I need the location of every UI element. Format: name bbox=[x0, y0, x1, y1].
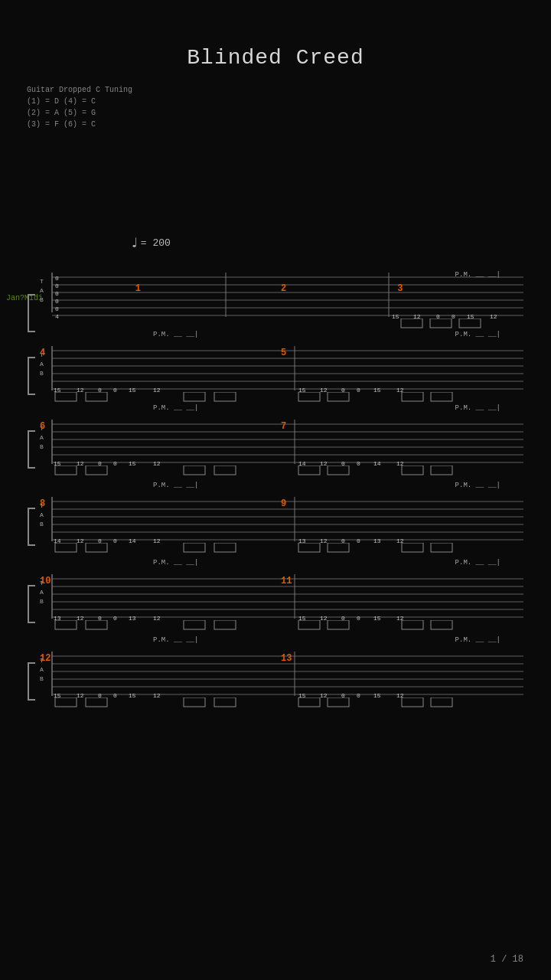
brackets-1 bbox=[38, 318, 523, 331]
pm-annotation-5a: P.M. __ __| bbox=[153, 559, 198, 567]
pm-annotation-5b: P.M. __ __| bbox=[455, 559, 500, 567]
system-5: P.M. __ __| P.M. __ __| 10 11 T A B 13 1… bbox=[38, 574, 523, 636]
svg-text:12: 12 bbox=[153, 387, 161, 392]
svg-text:0: 0 bbox=[113, 537, 117, 543]
svg-text:12: 12 bbox=[77, 387, 84, 392]
svg-text:0: 0 bbox=[452, 313, 455, 318]
svg-text:0: 0 bbox=[436, 313, 440, 318]
measure-num-4: 4 bbox=[40, 348, 45, 358]
brackets-5 bbox=[38, 620, 523, 636]
svg-rect-87 bbox=[214, 466, 236, 475]
svg-text:12: 12 bbox=[153, 537, 161, 543]
svg-text:A: A bbox=[40, 511, 44, 518]
svg-rect-154 bbox=[402, 620, 423, 629]
svg-text:15: 15 bbox=[373, 387, 381, 392]
staff-bracket-2 bbox=[28, 357, 35, 395]
svg-text:12: 12 bbox=[153, 615, 161, 620]
svg-text:12: 12 bbox=[320, 387, 328, 392]
svg-text:0: 0 bbox=[55, 275, 59, 282]
svg-text:15: 15 bbox=[298, 387, 306, 392]
svg-text:12: 12 bbox=[413, 313, 421, 318]
svg-text:12: 12 bbox=[77, 615, 84, 620]
svg-text:15: 15 bbox=[54, 460, 61, 466]
svg-text:0: 0 bbox=[113, 387, 117, 392]
measure-num-5: 5 bbox=[281, 348, 286, 358]
svg-text:A: A bbox=[40, 666, 44, 673]
measure-num-1: 1 bbox=[135, 283, 141, 294]
svg-text:0: 0 bbox=[357, 537, 360, 543]
svg-text:14: 14 bbox=[373, 460, 381, 466]
tuning-info: Guitar Dropped C Tuning (1) = D (4) = C … bbox=[27, 84, 132, 130]
svg-rect-119 bbox=[214, 543, 236, 552]
svg-text:0: 0 bbox=[98, 537, 102, 543]
pm-annotation-6b: P.M. __ __| bbox=[455, 636, 500, 644]
staff-bracket-3 bbox=[28, 430, 35, 469]
svg-rect-25 bbox=[401, 318, 422, 328]
svg-text:T: T bbox=[40, 278, 44, 285]
staff-svg-1: T A B 0 0 0 0 0 4 15 12 0 0 15 12 bbox=[38, 273, 523, 318]
measure-num-2: 2 bbox=[281, 283, 286, 294]
svg-rect-53 bbox=[86, 392, 107, 401]
svg-text:12: 12 bbox=[396, 615, 404, 620]
tuning-line1: (1) = D (4) = C bbox=[27, 96, 132, 107]
svg-text:12: 12 bbox=[77, 537, 84, 543]
svg-text:0: 0 bbox=[357, 615, 360, 620]
svg-text:15: 15 bbox=[298, 692, 306, 697]
svg-text:0: 0 bbox=[341, 537, 345, 543]
svg-text:14: 14 bbox=[298, 460, 306, 466]
svg-text:0: 0 bbox=[357, 387, 360, 392]
svg-text:0: 0 bbox=[55, 305, 59, 312]
staff-bracket-5 bbox=[28, 585, 35, 623]
brackets-3 bbox=[38, 466, 523, 482]
page-number: 1 / 18 bbox=[491, 954, 523, 965]
svg-text:12: 12 bbox=[153, 460, 161, 466]
svg-text:0: 0 bbox=[341, 692, 345, 697]
svg-text:15: 15 bbox=[467, 313, 474, 318]
svg-text:12: 12 bbox=[396, 387, 404, 392]
svg-text:B: B bbox=[40, 598, 44, 605]
jan-midi-label: Jan?Midi bbox=[6, 294, 43, 302]
svg-text:0: 0 bbox=[98, 692, 102, 697]
svg-rect-185 bbox=[328, 697, 349, 707]
svg-text:15: 15 bbox=[392, 313, 399, 318]
svg-rect-86 bbox=[184, 466, 205, 475]
svg-rect-184 bbox=[298, 697, 320, 707]
note-icon: ♩ bbox=[130, 234, 139, 251]
svg-rect-148 bbox=[55, 620, 77, 629]
system-3: P.M. __ __| P.M. __ __| 6 7 T A B 15 12 … bbox=[38, 420, 523, 482]
svg-rect-55 bbox=[214, 392, 236, 401]
svg-text:0: 0 bbox=[55, 298, 59, 305]
pm-annotation-3b: P.M. __ __| bbox=[455, 404, 500, 412]
svg-rect-182 bbox=[184, 697, 205, 707]
svg-text:15: 15 bbox=[129, 387, 136, 392]
svg-rect-59 bbox=[431, 392, 452, 401]
svg-rect-85 bbox=[86, 466, 107, 475]
svg-text:13: 13 bbox=[129, 615, 136, 620]
svg-text:A: A bbox=[40, 287, 44, 294]
svg-text:15: 15 bbox=[54, 692, 61, 697]
svg-rect-26 bbox=[430, 318, 452, 328]
svg-rect-181 bbox=[86, 697, 107, 707]
pm-annotation-2b: P.M. __ __| bbox=[455, 331, 500, 338]
svg-rect-91 bbox=[431, 466, 452, 475]
svg-rect-52 bbox=[55, 392, 77, 401]
svg-rect-116 bbox=[55, 543, 77, 552]
svg-rect-56 bbox=[298, 392, 320, 401]
measure-num-12: 12 bbox=[40, 653, 51, 664]
staff-bracket-6 bbox=[28, 662, 35, 701]
svg-rect-121 bbox=[328, 543, 349, 552]
svg-text:13: 13 bbox=[54, 615, 61, 620]
svg-rect-180 bbox=[55, 697, 77, 707]
svg-text:0: 0 bbox=[341, 387, 345, 392]
svg-rect-84 bbox=[55, 466, 77, 475]
svg-text:4: 4 bbox=[55, 313, 59, 318]
pm-annotation-6a: P.M. __ __| bbox=[153, 636, 198, 644]
tuning-line2: (2) = A (5) = G bbox=[27, 107, 132, 119]
page-title: Blinded Creed bbox=[0, 0, 551, 85]
svg-text:12: 12 bbox=[153, 692, 161, 697]
svg-text:12: 12 bbox=[320, 692, 328, 697]
measure-num-6: 6 bbox=[40, 421, 45, 432]
svg-text:15: 15 bbox=[54, 387, 61, 392]
svg-rect-186 bbox=[402, 697, 423, 707]
svg-rect-155 bbox=[431, 620, 452, 629]
